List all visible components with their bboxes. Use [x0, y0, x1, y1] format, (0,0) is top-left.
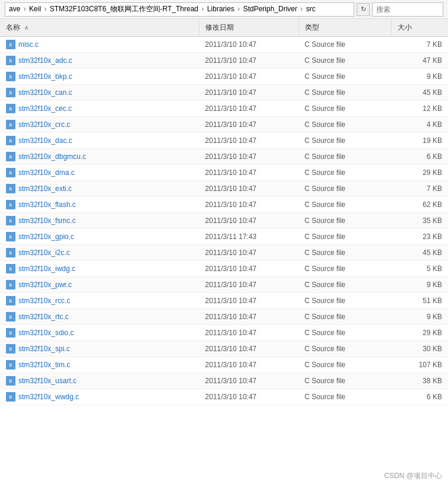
file-type: C Source file	[298, 213, 391, 229]
table-row[interactable]: c stm32f10x_i2c.c 2011/3/10 10:47C Sourc…	[0, 245, 448, 261]
file-icon: c	[6, 216, 15, 225]
table-row[interactable]: c stm32f10x_flash.c 2011/3/10 10:47C Sou…	[0, 197, 448, 213]
file-tbody: c misc.c 2011/3/10 10:47C Source file7 K…	[0, 37, 448, 405]
table-row[interactable]: c stm32f10x_crc.c 2011/3/10 10:47C Sourc…	[0, 117, 448, 133]
filename-text: stm32f10x_bkp.c	[18, 72, 72, 81]
filename-text: misc.c	[18, 40, 39, 49]
column-date[interactable]: 修改日期	[199, 19, 299, 37]
file-date: 2011/3/10 10:47	[199, 181, 299, 197]
file-size: 19 KB	[391, 133, 448, 149]
filename-cell: c stm32f10x_usart.c	[6, 376, 193, 386]
filename-cell: c misc.c	[6, 40, 193, 49]
file-date: 2011/3/10 10:47	[199, 277, 299, 293]
file-size: 6 KB	[391, 149, 448, 165]
filename-text: stm32f10x_rcc.c	[18, 297, 70, 305]
filename-text: stm32f10x_iwdg.c	[18, 265, 75, 273]
table-row[interactable]: c stm32f10x_cec.c 2011/3/10 10:47C Sourc…	[0, 101, 448, 117]
search-input[interactable]	[372, 2, 443, 17]
file-icon: c	[6, 120, 15, 129]
file-type: C Source file	[298, 293, 391, 309]
table-row[interactable]: c stm32f10x_dac.c 2011/3/10 10:47C Sourc…	[0, 133, 448, 149]
file-type: C Source file	[298, 117, 391, 133]
table-row[interactable]: c stm32f10x_pwr.c 2011/3/10 10:47C Sourc…	[0, 277, 448, 293]
filename-text: stm32f10x_wwdg.c	[18, 393, 79, 401]
table-row[interactable]: c stm32f10x_iwdg.c 2011/3/10 10:47C Sour…	[0, 261, 448, 277]
file-icon: c	[6, 168, 15, 177]
refresh-button[interactable]: ↻	[357, 3, 370, 16]
column-size[interactable]: 大小	[391, 19, 448, 37]
table-row[interactable]: c stm32f10x_gpio.c 2011/3/11 17:43C Sour…	[0, 229, 448, 245]
file-size: 6 KB	[391, 389, 448, 405]
filename-text: stm32f10x_dbgmcu.c	[18, 152, 86, 161]
file-type: C Source file	[298, 341, 391, 357]
table-row[interactable]: c misc.c 2011/3/10 10:47C Source file7 K…	[0, 37, 448, 53]
file-size: 4 KB	[391, 117, 448, 133]
filename-text: stm32f10x_exti.c	[18, 184, 72, 193]
file-type: C Source file	[298, 373, 391, 389]
file-icon: c	[6, 152, 15, 161]
filename-text: stm32f10x_flash.c	[18, 200, 76, 209]
table-row[interactable]: c stm32f10x_adc.c 2011/3/10 10:47C Sourc…	[0, 53, 448, 69]
filename-cell: c stm32f10x_flash.c	[6, 200, 193, 209]
filename-text: stm32f10x_pwr.c	[18, 281, 72, 289]
filename-cell: c stm32f10x_dbgmcu.c	[6, 152, 193, 161]
address-path[interactable]: ave › Keil › STM32F103C8T6_物联网工作空间-RT_Th…	[5, 2, 354, 17]
column-name[interactable]: 名称 ∧	[0, 19, 199, 37]
file-size: 12 KB	[391, 101, 448, 117]
table-row[interactable]: c stm32f10x_dma.c 2011/3/10 10:47C Sourc…	[0, 165, 448, 181]
file-icon: c	[6, 344, 15, 354]
file-icon: c	[6, 280, 15, 289]
filename-cell: c stm32f10x_dac.c	[6, 136, 193, 145]
table-row[interactable]: c stm32f10x_dbgmcu.c 2011/3/10 10:47C So…	[0, 149, 448, 165]
filename-text: stm32f10x_usart.c	[18, 377, 77, 385]
file-size: 9 KB	[391, 277, 448, 293]
file-date: 2011/3/10 10:47	[199, 389, 299, 405]
file-icon: c	[6, 376, 15, 386]
filename-text: stm32f10x_spi.c	[18, 345, 70, 353]
file-size: 107 KB	[391, 357, 448, 373]
file-date: 2011/3/10 10:47	[199, 37, 299, 53]
file-icon: c	[6, 104, 15, 113]
column-type[interactable]: 类型	[298, 19, 391, 37]
table-row[interactable]: c stm32f10x_rcc.c 2011/3/10 10:47C Sourc…	[0, 293, 448, 309]
file-size: 51 KB	[391, 293, 448, 309]
file-icon: c	[6, 360, 15, 370]
file-icon: c	[6, 232, 15, 241]
table-row[interactable]: c stm32f10x_rtc.c 2011/3/10 10:47C Sourc…	[0, 309, 448, 325]
table-row[interactable]: c stm32f10x_spi.c 2011/3/10 10:47C Sourc…	[0, 341, 448, 357]
filename-text: stm32f10x_gpio.c	[18, 233, 74, 241]
address-controls: ↻	[357, 3, 370, 16]
file-date: 2011/3/10 10:47	[199, 261, 299, 277]
file-type: C Source file	[298, 309, 391, 325]
file-date: 2011/3/10 10:47	[199, 165, 299, 181]
filename-text: stm32f10x_cec.c	[18, 104, 72, 113]
file-type: C Source file	[298, 101, 391, 117]
file-date: 2011/3/10 10:47	[199, 341, 299, 357]
table-row[interactable]: c stm32f10x_usart.c 2011/3/10 10:47C Sou…	[0, 373, 448, 389]
filename-cell: c stm32f10x_sdio.c	[6, 328, 193, 338]
filename-cell: c stm32f10x_rtc.c	[6, 312, 193, 322]
table-row[interactable]: c stm32f10x_fsmc.c 2011/3/10 10:47C Sour…	[0, 213, 448, 229]
filename-text: stm32f10x_rtc.c	[18, 313, 69, 321]
table-row[interactable]: c stm32f10x_wwdg.c 2011/3/10 10:47C Sour…	[0, 389, 448, 405]
filename-cell: c stm32f10x_crc.c	[6, 120, 193, 129]
file-date: 2011/3/10 10:47	[199, 149, 299, 165]
table-row[interactable]: c stm32f10x_bkp.c 2011/3/10 10:47C Sourc…	[0, 69, 448, 85]
table-row[interactable]: c stm32f10x_sdio.c 2011/3/10 10:47C Sour…	[0, 325, 448, 341]
file-size: 38 KB	[391, 373, 448, 389]
table-row[interactable]: c stm32f10x_can.c 2011/3/10 10:47C Sourc…	[0, 85, 448, 101]
filename-cell: c stm32f10x_gpio.c	[6, 232, 193, 241]
filename-cell: c stm32f10x_spi.c	[6, 344, 193, 354]
filename-cell: c stm32f10x_i2c.c	[6, 248, 193, 257]
sort-icon: ∧	[24, 24, 28, 31]
file-type: C Source file	[298, 277, 391, 293]
table-row[interactable]: c stm32f10x_exti.c 2011/3/10 10:47C Sour…	[0, 181, 448, 197]
filename-cell: c stm32f10x_fsmc.c	[6, 216, 193, 225]
filename-cell: c stm32f10x_rcc.c	[6, 296, 193, 305]
file-icon: c	[6, 56, 15, 65]
file-type: C Source file	[298, 181, 391, 197]
table-row[interactable]: c stm32f10x_tim.c 2011/3/10 10:47C Sourc…	[0, 357, 448, 373]
filename-text: stm32f10x_tim.c	[18, 361, 70, 369]
file-size: 9 KB	[391, 69, 448, 85]
file-size: 7 KB	[391, 181, 448, 197]
